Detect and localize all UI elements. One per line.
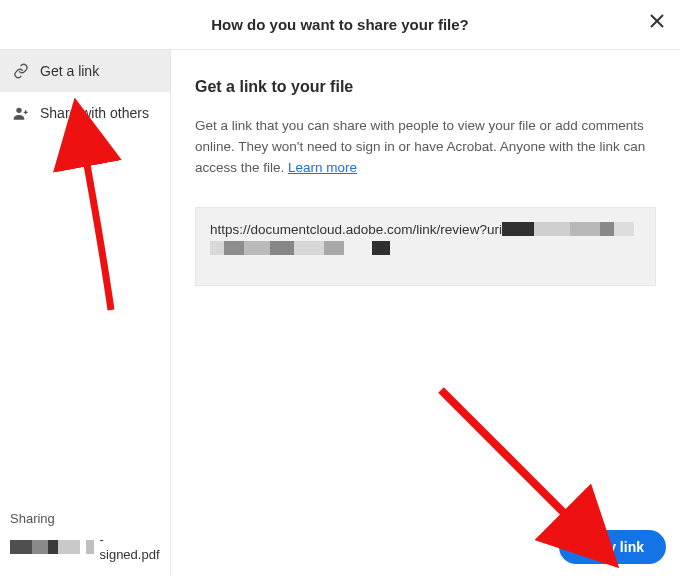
sharing-label: Sharing [10, 511, 160, 526]
shared-file-name: -signed.pdf [10, 532, 160, 562]
filename-suffix: -signed.pdf [100, 532, 160, 562]
link-redacted [502, 222, 634, 236]
link-icon [12, 62, 30, 80]
sidebar-item-share-others[interactable]: Share with others [0, 92, 170, 134]
svg-point-2 [16, 108, 21, 113]
sidebar: Get a link Share with others Sharing -si… [0, 50, 171, 576]
copy-link-button[interactable]: Copy link [559, 530, 666, 564]
sidebar-footer: Sharing -signed.pdf [0, 503, 170, 576]
sidebar-item-label: Share with others [40, 105, 149, 121]
link-redacted [372, 241, 390, 255]
close-icon [649, 13, 665, 33]
learn-more-link[interactable]: Learn more [288, 160, 357, 175]
add-person-icon [12, 104, 30, 122]
main-panel: Get a link to your file Get a link that … [171, 50, 680, 576]
share-link-box[interactable]: https://documentcloud.adobe.com/link/rev… [195, 207, 656, 286]
filename-redacted [86, 540, 94, 554]
main-heading: Get a link to your file [195, 78, 656, 96]
dialog-title: How do you want to share your file? [211, 16, 469, 33]
close-button[interactable] [644, 10, 670, 36]
main-description: Get a link that you can share with peopl… [195, 116, 656, 179]
link-redacted [210, 241, 344, 255]
sidebar-item-get-link[interactable]: Get a link [0, 50, 170, 92]
filename-redacted [10, 540, 80, 554]
dialog-header: How do you want to share your file? [0, 0, 680, 50]
share-link-text: https://documentcloud.adobe.com/link/rev… [210, 222, 502, 237]
sidebar-item-label: Get a link [40, 63, 99, 79]
